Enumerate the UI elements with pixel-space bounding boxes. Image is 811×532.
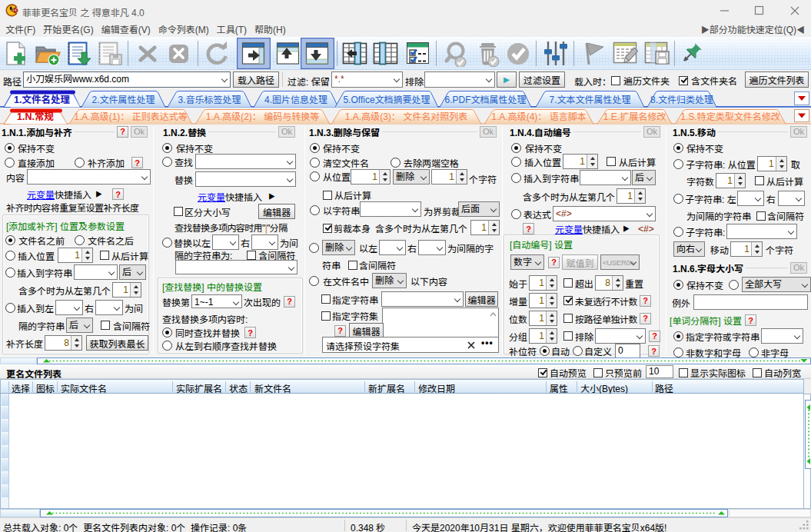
- svg-text:6.PDF文档属性处理: 6.PDF文档属性处理: [444, 95, 526, 105]
- svg-text:1.E.扩展名修改: 1.E.扩展名修改: [603, 111, 666, 122]
- svg-text:4.图片信息处理: 4.图片信息处理: [264, 95, 327, 105]
- svg-text:3.音乐标签处理: 3.音乐标签处理: [178, 95, 241, 105]
- svg-text:8.文件归类处理: 8.文件归类处理: [650, 95, 713, 105]
- svg-text:1.S.特定类型文件名修改: 1.S.特定类型文件名修改: [680, 111, 779, 122]
- svg-text:7.文本文件属性处理: 7.文本文件属性处理: [549, 95, 630, 105]
- svg-text:1.A.高级(3)： 文件名对照列表: 1.A.高级(3)： 文件名对照列表: [345, 111, 467, 122]
- svg-text:5.Office文档摘要处理: 5.Office文档摘要处理: [343, 95, 430, 105]
- svg-text:2.文件属性处理: 2.文件属性处理: [91, 95, 155, 105]
- svg-text:1.A.高级(4)： 语言脚本: 1.A.高级(4)： 语言脚本: [491, 111, 586, 122]
- svg-text:1.A.高级(1)： 正则表达式等: 1.A.高级(1)： 正则表达式等: [74, 111, 187, 122]
- svg-text:1.A.高级(2)： 编码与转换等: 1.A.高级(2)： 编码与转换等: [206, 111, 319, 122]
- svg-text:1.文件名处理: 1.文件名处理: [14, 94, 70, 105]
- svg-text:1.N.常规: 1.N.常规: [17, 111, 54, 122]
